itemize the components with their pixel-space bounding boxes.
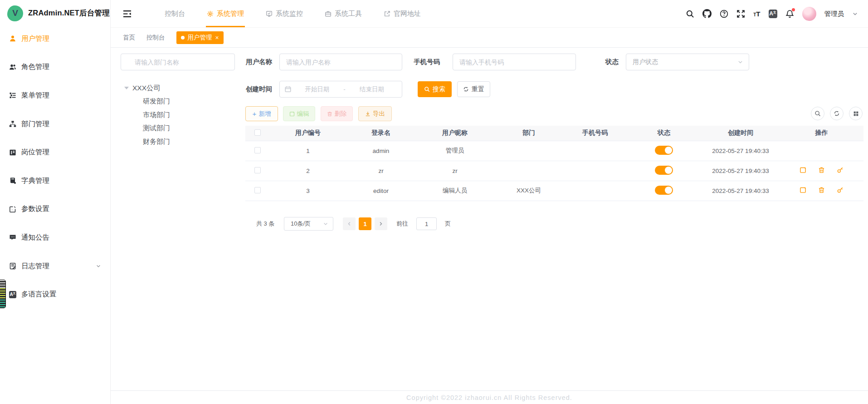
tree-node-market[interactable]: 市场部门 <box>143 108 170 122</box>
badge-icon <box>9 149 16 156</box>
menu-tree-icon <box>9 92 16 99</box>
nav-tab-label: 控制台 <box>165 10 185 18</box>
user-icon <box>9 35 16 42</box>
nav-tab-system-tools[interactable]: 系统工具 <box>314 0 373 27</box>
github-icon[interactable] <box>702 9 712 18</box>
tree-node-company[interactable]: XXX公司 <box>124 82 161 94</box>
status-toggle[interactable] <box>655 166 673 175</box>
sidebar-item-departments[interactable]: 部门管理 <box>0 110 110 138</box>
sidebar-item-logs[interactable]: 日志管理 <box>0 252 110 281</box>
reset-button[interactable]: 重置 <box>457 81 490 97</box>
tag-user-management[interactable]: 用户管理 × <box>176 31 224 44</box>
user-menu-chevron-icon[interactable] <box>852 11 858 17</box>
table-row[interactable]: 3 editor 编辑人员 XXX公司 2022-05-27 19:40:33 <box>245 181 863 201</box>
sidebar-item-users[interactable]: 用户管理 <box>0 25 110 53</box>
fullscreen-icon[interactable] <box>736 10 745 18</box>
username-input[interactable] <box>279 54 402 70</box>
col-phone: 手机号码 <box>564 126 626 141</box>
cell-login: editor <box>346 181 416 201</box>
sidebar-item-label: 通知公告 <box>21 233 49 242</box>
show-search-toggle-button[interactable] <box>811 107 824 120</box>
row-checkbox[interactable] <box>254 147 261 153</box>
goto-label: 前往 <box>396 217 408 230</box>
reset-button-label: 重置 <box>472 85 484 94</box>
search-button[interactable]: 搜索 <box>418 81 452 97</box>
page-unit-label: 页 <box>445 217 451 230</box>
chevron-down-icon <box>737 59 743 65</box>
edit-button[interactable]: 编辑 <box>283 106 315 121</box>
row-checkbox[interactable] <box>254 187 261 193</box>
status-select-placeholder: 用户状态 <box>633 58 737 66</box>
language-switch-icon[interactable]: A文 <box>769 10 777 18</box>
notifications-bell[interactable] <box>785 10 794 18</box>
date-end-placeholder: 结束日期 <box>346 85 397 94</box>
sidebar-collapse-icon[interactable] <box>122 9 132 19</box>
export-button[interactable]: 导出 <box>358 106 392 121</box>
status-select[interactable]: 用户状态 <box>626 54 749 70</box>
nav-tab-console[interactable]: 控制台 <box>154 0 196 27</box>
chevron-down-icon <box>323 221 328 227</box>
col-department: 部门 <box>494 126 564 141</box>
row-edit-icon[interactable] <box>800 167 806 173</box>
close-tag-icon[interactable]: × <box>215 34 219 41</box>
avatar[interactable] <box>802 7 816 21</box>
row-checkbox[interactable] <box>254 167 261 173</box>
app-logo[interactable]: V ZRAdmin.NET后台管理 <box>0 0 110 26</box>
username[interactable]: 管理员 <box>824 10 844 18</box>
col-created: 创建时间 <box>702 126 780 141</box>
row-reset-password-icon[interactable] <box>837 187 844 193</box>
goto-page-input[interactable] <box>416 217 437 230</box>
dept-name-input[interactable] <box>121 54 235 70</box>
sidebar-item-posts[interactable]: 岗位管理 <box>0 138 110 167</box>
select-all-checkbox[interactable] <box>254 129 261 136</box>
column-settings-button[interactable] <box>849 107 863 120</box>
phone-input[interactable] <box>453 54 576 70</box>
cell-phone <box>564 161 626 181</box>
tag-home[interactable]: 首页 <box>123 34 135 42</box>
page-size-select[interactable]: 10条/页 <box>284 217 333 231</box>
row-delete-icon[interactable] <box>818 167 825 173</box>
nav-tab-system-management[interactable]: 系统管理 <box>196 0 255 27</box>
date-range-picker[interactable]: 开始日期 - 结束日期 <box>279 81 402 98</box>
row-reset-password-icon[interactable] <box>837 167 844 173</box>
font-size-icon[interactable]: TT <box>753 10 760 17</box>
status-toggle[interactable] <box>655 146 673 155</box>
status-toggle[interactable] <box>655 186 673 195</box>
org-chart-icon <box>9 120 16 128</box>
department-tree-children: 研发部门 市场部门 测试部门 财务部门 <box>143 95 170 148</box>
tag-console[interactable]: 控制台 <box>146 34 165 42</box>
tree-node-test[interactable]: 测试部门 <box>143 122 170 135</box>
sidebar-item-label: 岗位管理 <box>21 148 49 157</box>
prev-page-button[interactable] <box>343 217 356 230</box>
main-content: 用户名称 手机号码 状态 用户状态 创建时间 开始日期 - 结束日期 搜索 重置… <box>111 48 868 404</box>
next-page-button[interactable] <box>375 217 387 230</box>
tree-node-finance[interactable]: 财务部门 <box>143 135 170 149</box>
cell-phone <box>564 181 626 201</box>
sidebar-item-dictionary[interactable]: 字典管理 <box>0 167 110 195</box>
row-edit-icon[interactable] <box>800 187 806 193</box>
search-icon[interactable] <box>686 10 694 18</box>
delete-button[interactable]: 删除 <box>321 106 353 121</box>
add-button-label: 新增 <box>258 110 271 118</box>
sidebar-item-notices[interactable]: 通知公告 <box>0 223 110 252</box>
table-row[interactable]: 1 admin 管理员 2022-05-27 19:40:33 <box>245 141 863 161</box>
sidebar-item-roles[interactable]: 角色管理 <box>0 53 110 82</box>
nav-tab-website-link[interactable]: 官网地址 <box>373 0 432 27</box>
nav-tab-system-monitor[interactable]: 系统监控 <box>255 0 314 27</box>
chevron-right-icon <box>378 221 384 227</box>
caret-down-icon[interactable] <box>124 87 129 89</box>
tree-node-dev[interactable]: 研发部门 <box>143 95 170 108</box>
nav-tab-label: 系统监控 <box>276 10 303 18</box>
sidebar-item-parameters[interactable]: 参数设置 <box>0 195 110 224</box>
row-delete-icon[interactable] <box>818 187 825 193</box>
add-button[interactable]: + 新增 <box>245 106 278 121</box>
download-icon <box>365 111 371 117</box>
pagination-total: 共 3 条 <box>256 217 274 231</box>
sidebar-item-menus[interactable]: 菜单管理 <box>0 81 110 110</box>
help-icon[interactable] <box>720 10 728 18</box>
page-number-1[interactable]: 1 <box>359 217 371 230</box>
table-row[interactable]: 2 zr zr 2022-05-27 19:40:33 <box>245 161 863 181</box>
cell-nickname: zr <box>416 161 494 181</box>
refresh-table-button[interactable] <box>830 107 844 120</box>
sidebar-item-i18n[interactable]: A文 多语言设置 <box>0 280 110 309</box>
